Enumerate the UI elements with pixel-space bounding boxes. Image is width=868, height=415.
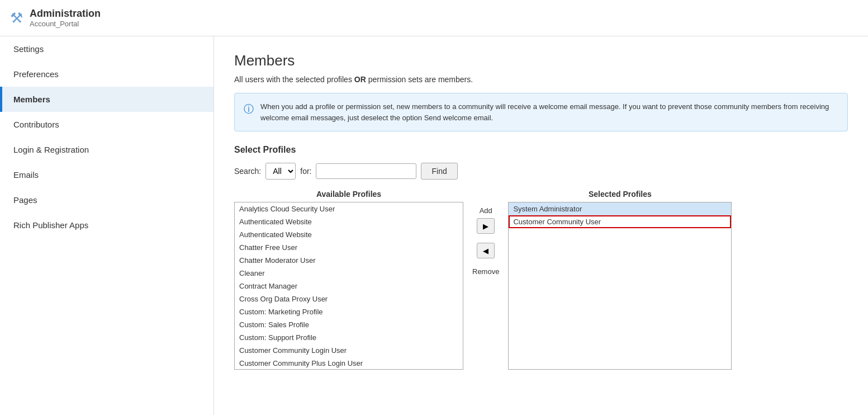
section-title: Select Profiles [234,145,848,155]
available-profile-item[interactable]: Authenticated Website [235,228,463,241]
info-text: When you add a profile or permission set… [260,101,838,123]
main-layout: SettingsPreferencesMembersContributorsLo… [0,36,868,415]
sidebar: SettingsPreferencesMembersContributorsLo… [0,36,214,415]
available-profile-item[interactable]: Analytics Cloud Security User [235,202,463,215]
selected-profile-item[interactable]: System Administrator [509,202,731,215]
sidebar-item-contributors[interactable]: Contributors [0,112,214,137]
available-profile-item[interactable]: Custom: Support Profile [235,331,463,344]
available-profile-item[interactable]: Authenticated Website [235,215,463,228]
available-profile-item[interactable]: Customer Community Plus Login User [235,357,463,370]
available-profile-item[interactable]: Contract Manager [235,280,463,293]
sidebar-item-pages[interactable]: Pages [0,187,214,213]
sidebar-item-rich-publisher-apps[interactable]: Rich Publisher Apps [0,213,214,238]
for-label: for: [300,167,311,176]
desc-text2: permission sets are members. [366,75,473,84]
desc-or: OR [354,75,366,84]
selected-profile-item[interactable]: Customer Community User [509,215,731,228]
app-title: Administration [30,8,101,20]
available-profile-item[interactable]: Customer Community Login User [235,344,463,357]
available-profiles-section: Available Profiles Analytics Cloud Secur… [234,190,463,370]
sidebar-item-settings[interactable]: Settings [0,36,214,62]
sidebar-item-emails[interactable]: Emails [0,162,214,187]
add-button[interactable]: ▶ [477,218,495,234]
app-subtitle: Account_Portal [30,20,101,28]
available-profile-item[interactable]: Chatter Moderator User [235,254,463,267]
remove-button[interactable]: ◀ [477,243,495,258]
search-row: Search: All for: Find [234,163,848,180]
transfer-buttons: Add ▶ ◀ Remove [463,190,508,277]
sidebar-item-login-registration[interactable]: Login & Registration [0,137,214,162]
selected-profiles-section: Selected Profiles System AdministratorCu… [508,190,732,370]
info-icon: ⓘ [244,102,254,117]
add-label: Add [480,206,492,215]
available-profile-item[interactable]: Custom: Marketing Profile [235,305,463,318]
dual-list-container: Available Profiles Analytics Cloud Secur… [234,190,848,370]
remove-label: Remove [472,267,499,276]
description: All users with the selected profiles OR … [234,75,848,84]
sidebar-item-members[interactable]: Members [0,87,214,112]
selected-profiles-label: Selected Profiles [589,190,652,199]
wrench-icon: ⚒ [10,10,23,27]
available-profiles-list[interactable]: Analytics Cloud Security UserAuthenticat… [234,202,463,370]
available-profile-item[interactable]: Cleaner [235,267,463,280]
sidebar-item-preferences[interactable]: Preferences [0,62,214,87]
info-box: ⓘ When you add a profile or permission s… [234,93,848,131]
selected-profiles-list[interactable]: System AdministratorCustomer Community U… [508,202,732,370]
search-label: Search: [234,167,261,176]
search-input[interactable] [316,163,416,179]
search-select[interactable]: All [265,163,296,180]
header: ⚒ Administration Account_Portal [0,0,868,36]
available-profile-item[interactable]: Custom: Sales Profile [235,318,463,331]
find-button[interactable]: Find [421,163,457,180]
page-title: Members [234,52,848,69]
desc-text1: All users with the selected profiles [234,75,354,84]
main-content: Members All users with the selected prof… [214,36,868,415]
available-profiles-label: Available Profiles [316,190,381,199]
available-profile-item[interactable]: Chatter Free User [235,241,463,254]
available-profile-item[interactable]: Cross Org Data Proxy User [235,293,463,305]
